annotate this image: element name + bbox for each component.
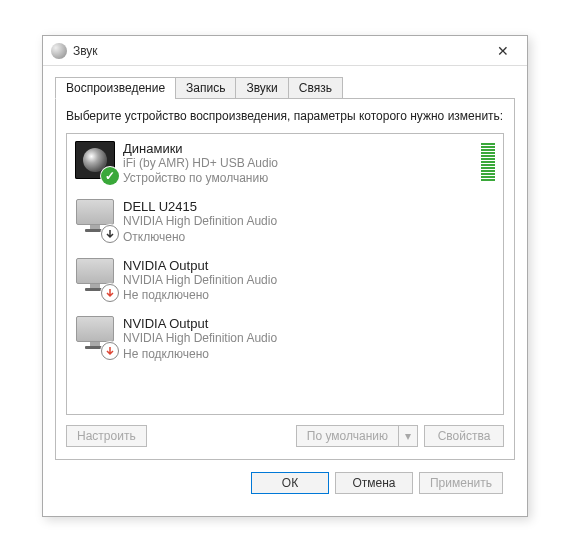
- disabled-arrow-icon: [101, 225, 119, 243]
- device-text: DELL U2415 NVIDIA High Definition Audio …: [123, 199, 495, 244]
- device-text: NVIDIA Output NVIDIA High Definition Aud…: [123, 316, 495, 361]
- set-default-button[interactable]: По умолчанию ▾: [296, 425, 418, 447]
- device-text: Динамики iFi (by AMR) HD+ USB Audio Устр…: [123, 141, 475, 186]
- device-status: Отключено: [123, 230, 495, 244]
- close-button[interactable]: ✕: [487, 39, 519, 63]
- device-icon-wrap: [75, 199, 115, 239]
- dropdown-arrow-icon[interactable]: ▾: [399, 426, 417, 446]
- ok-button[interactable]: ОК: [251, 472, 329, 494]
- tab-strip: Воспроизведение Запись Звуки Связь: [55, 77, 515, 99]
- device-icon-wrap: [75, 141, 115, 181]
- device-list[interactable]: Динамики iFi (by AMR) HD+ USB Audio Устр…: [66, 133, 504, 415]
- button-label: ОК: [282, 476, 298, 490]
- device-icon-wrap: [75, 258, 115, 298]
- tab-recording[interactable]: Запись: [175, 77, 236, 99]
- sound-dialog: Звук ✕ Воспроизведение Запись Звуки Связ…: [42, 35, 528, 517]
- device-text: NVIDIA Output NVIDIA High Definition Aud…: [123, 258, 495, 303]
- device-name: NVIDIA Output: [123, 258, 495, 273]
- properties-button[interactable]: Свойства: [424, 425, 504, 447]
- button-label: Свойства: [438, 429, 491, 443]
- unplugged-arrow-icon: [101, 284, 119, 302]
- device-name: Динамики: [123, 141, 475, 156]
- default-check-icon: [101, 167, 119, 185]
- button-label: Настроить: [77, 429, 136, 443]
- dialog-buttons: ОК Отмена Применить: [55, 460, 515, 494]
- sound-app-icon: [51, 43, 67, 59]
- device-driver: NVIDIA High Definition Audio: [123, 273, 495, 289]
- level-meter: [481, 141, 495, 181]
- tab-label: Звуки: [246, 81, 277, 95]
- device-item[interactable]: NVIDIA Output NVIDIA High Definition Aud…: [67, 251, 503, 310]
- device-item[interactable]: DELL U2415 NVIDIA High Definition Audio …: [67, 192, 503, 251]
- tab-label: Связь: [299, 81, 332, 95]
- configure-button[interactable]: Настроить: [66, 425, 147, 447]
- device-status: Не подключено: [123, 347, 495, 361]
- device-icon-wrap: [75, 316, 115, 356]
- button-label: Отмена: [352, 476, 395, 490]
- device-name: NVIDIA Output: [123, 316, 495, 331]
- device-status: Не подключено: [123, 288, 495, 302]
- device-driver: NVIDIA High Definition Audio: [123, 331, 495, 347]
- tab-label: Воспроизведение: [66, 81, 165, 95]
- titlebar: Звук ✕: [43, 36, 527, 66]
- device-item[interactable]: Динамики iFi (by AMR) HD+ USB Audio Устр…: [67, 134, 503, 193]
- cancel-button[interactable]: Отмена: [335, 472, 413, 494]
- unplugged-arrow-icon: [101, 342, 119, 360]
- panel-buttons: Настроить По умолчанию ▾ Свойства: [66, 425, 504, 447]
- instruction-text: Выберите устройство воспроизведения, пар…: [66, 109, 504, 125]
- playback-panel: Выберите устройство воспроизведения, пар…: [55, 98, 515, 460]
- button-label: По умолчанию: [297, 426, 399, 446]
- tab-playback[interactable]: Воспроизведение: [55, 77, 176, 99]
- device-driver: iFi (by AMR) HD+ USB Audio: [123, 156, 475, 172]
- tab-sounds[interactable]: Звуки: [235, 77, 288, 99]
- button-label: Применить: [430, 476, 492, 490]
- device-driver: NVIDIA High Definition Audio: [123, 214, 495, 230]
- tab-label: Запись: [186, 81, 225, 95]
- device-status: Устройство по умолчанию: [123, 171, 475, 185]
- content-area: Воспроизведение Запись Звуки Связь Выбер…: [43, 66, 527, 506]
- tab-communications[interactable]: Связь: [288, 77, 343, 99]
- window-title: Звук: [73, 44, 487, 58]
- device-name: DELL U2415: [123, 199, 495, 214]
- apply-button[interactable]: Применить: [419, 472, 503, 494]
- device-item[interactable]: NVIDIA Output NVIDIA High Definition Aud…: [67, 309, 503, 368]
